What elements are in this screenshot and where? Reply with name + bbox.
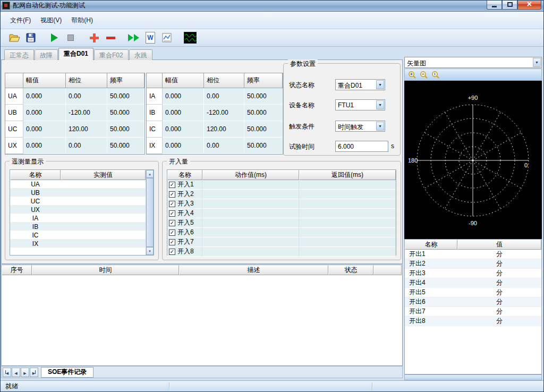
zoom-in-icon[interactable]	[407, 70, 416, 79]
scrollbar-thumb[interactable]	[146, 178, 154, 247]
scroll-down-icon[interactable]	[146, 247, 154, 255]
phase-cell[interactable]: 120.00	[66, 121, 107, 138]
first-record-icon[interactable]	[3, 368, 11, 377]
zoom-out-icon[interactable]	[419, 70, 428, 79]
phase-cell[interactable]: 0.00	[66, 138, 107, 154]
chevron-down-icon[interactable]	[376, 80, 384, 89]
checkbox-checked-icon[interactable]	[169, 220, 175, 226]
input-name-cell[interactable]: 开入5	[167, 218, 202, 228]
frequency-cell[interactable]: 50.000	[244, 121, 283, 138]
frequency-cell[interactable]: 50.000	[107, 121, 144, 138]
chevron-down-icon[interactable]	[376, 122, 384, 131]
output-name[interactable]: 开出8	[405, 317, 457, 326]
phase-cell[interactable]: -120.00	[66, 105, 107, 121]
output-name[interactable]: 开出1	[405, 250, 457, 259]
amplitude-cell[interactable]: 0.000	[23, 121, 66, 138]
menu-view[interactable]: 视图(V)	[36, 13, 66, 28]
channel-name[interactable]: IC	[10, 231, 61, 240]
channel-name[interactable]: IB	[10, 223, 61, 231]
prev-record-icon[interactable]	[12, 368, 20, 377]
output-name[interactable]: 开出4	[405, 278, 457, 288]
checkbox-checked-icon[interactable]	[169, 249, 175, 255]
output-name[interactable]: 开出5	[405, 288, 457, 297]
tab-reclose-f02[interactable]: 重合F02	[94, 49, 129, 60]
tab-soe-events[interactable]: SOE事件记录	[41, 367, 94, 378]
word-report-icon[interactable]: W	[143, 31, 157, 45]
amplitude-cell[interactable]: 0.000	[163, 138, 204, 154]
start-test-icon[interactable]	[47, 31, 61, 45]
zoom-actual-icon[interactable]	[431, 70, 440, 79]
frequency-cell[interactable]: 50.000	[107, 105, 144, 121]
last-record-icon[interactable]	[30, 368, 38, 377]
phase-cell[interactable]: 120.00	[204, 121, 244, 138]
output-name[interactable]: 开出7	[405, 307, 457, 317]
channel-name[interactable]: IA	[10, 214, 61, 223]
frequency-cell[interactable]: 50.000	[107, 88, 144, 105]
phase-cell[interactable]: 0.00	[204, 88, 244, 105]
save-icon[interactable]	[24, 31, 38, 45]
amplitude-cell[interactable]: 0.000	[163, 121, 204, 138]
input-name-cell[interactable]: 开入7	[167, 237, 202, 247]
channel-name[interactable]: UX	[10, 206, 61, 214]
tab-reclose-d01[interactable]: 重合D01	[58, 48, 94, 60]
phase-cell[interactable]: -120.00	[204, 105, 244, 121]
device-name-select[interactable]: FTU1	[335, 99, 385, 110]
phase-cell[interactable]: 0.00	[204, 138, 244, 154]
menu-help[interactable]: 帮助(H)	[66, 13, 98, 28]
input-name-cell[interactable]: 开入8	[167, 247, 202, 257]
run-all-states-icon[interactable]	[127, 31, 141, 45]
channel-name[interactable]: IX	[10, 240, 61, 248]
right-panel-scroll-strip[interactable]	[404, 374, 542, 380]
amplitude-cell[interactable]: 0.000	[23, 138, 66, 154]
menu-file[interactable]: 文件(F)	[5, 13, 36, 28]
col-header-status: 状态	[328, 265, 373, 275]
frequency-cell[interactable]: 50.000	[244, 138, 283, 154]
tab-permanent-trip[interactable]: 永跳	[129, 49, 152, 60]
checkbox-checked-icon[interactable]	[169, 239, 175, 245]
stop-test-icon[interactable]	[64, 31, 78, 45]
trigger-select[interactable]: 时间触发	[335, 121, 385, 132]
remove-state-icon[interactable]	[104, 31, 117, 45]
waveform-icon[interactable]	[183, 31, 197, 45]
open-file-icon[interactable]	[7, 31, 21, 45]
channel-name[interactable]: UC	[10, 197, 61, 206]
channel-name[interactable]: UB	[10, 189, 61, 197]
frequency-cell[interactable]: 50.000	[107, 138, 144, 154]
close-button[interactable]	[517, 0, 541, 10]
report-view-icon[interactable]	[160, 31, 174, 45]
checkbox-checked-icon[interactable]	[169, 191, 175, 198]
chevron-down-icon[interactable]	[376, 100, 384, 109]
telemetry-scrollbar[interactable]	[146, 170, 154, 255]
output-name[interactable]: 开出2	[405, 259, 457, 269]
amplitude-cell[interactable]: 0.000	[163, 88, 204, 105]
view-type-select[interactable]: 矢量图	[404, 57, 542, 68]
amplitude-cell[interactable]: 0.000	[23, 105, 66, 121]
channel-name[interactable]: UA	[10, 180, 61, 189]
next-record-icon[interactable]	[21, 368, 29, 377]
checkbox-checked-icon[interactable]	[169, 182, 175, 188]
tab-normal-state[interactable]: 正常态	[4, 49, 34, 60]
checkbox-checked-icon[interactable]	[169, 210, 175, 217]
checkbox-checked-icon[interactable]	[169, 229, 175, 236]
amplitude-cell[interactable]: 0.000	[23, 88, 66, 105]
add-state-icon[interactable]	[87, 31, 101, 45]
checkbox-checked-icon[interactable]	[169, 201, 175, 207]
maximize-button[interactable]	[502, 0, 517, 10]
frequency-cell[interactable]: 50.000	[244, 105, 283, 121]
input-name-cell[interactable]: 开入6	[167, 228, 202, 237]
minimize-button[interactable]	[487, 0, 502, 10]
scroll-up-icon[interactable]	[146, 170, 154, 178]
amplitude-cell[interactable]: 0.000	[163, 105, 204, 121]
tab-fault[interactable]: 故障	[35, 49, 58, 60]
state-name-select[interactable]: 重合D01	[335, 79, 385, 90]
input-name-cell[interactable]: 开入2	[167, 190, 202, 199]
output-name[interactable]: 开出3	[405, 269, 457, 278]
input-name-cell[interactable]: 开入3	[167, 199, 202, 209]
input-name-cell[interactable]: 开入4	[167, 209, 202, 218]
frequency-cell[interactable]: 50.000	[244, 88, 283, 105]
test-time-input[interactable]: 6.000	[335, 141, 388, 152]
chevron-down-icon[interactable]	[533, 58, 541, 67]
input-name-cell[interactable]: 开入1	[167, 180, 202, 190]
phase-cell[interactable]: 0.00	[66, 88, 107, 105]
output-name[interactable]: 开出6	[405, 297, 457, 307]
